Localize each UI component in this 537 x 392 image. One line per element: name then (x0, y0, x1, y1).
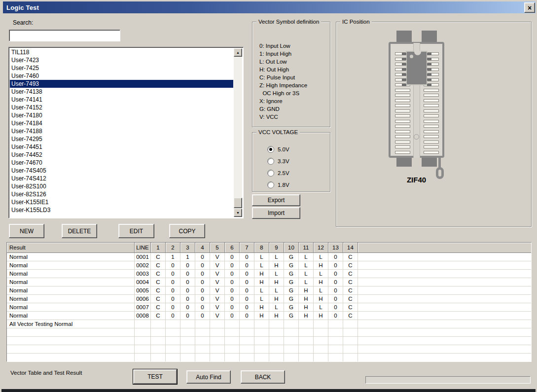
vector-cell: C (343, 312, 358, 320)
vector-symbol-line: 0: Input Low (259, 42, 307, 50)
line-cell: 0003 (135, 270, 151, 278)
table-row[interactable]: Normal0006C000V00LHGHH0C (7, 295, 531, 303)
list-item[interactable]: User-7493 (10, 80, 233, 88)
new-button[interactable]: NEW (9, 224, 44, 238)
table-row[interactable]: Normal0008C000V00HHGHH0C (7, 312, 531, 320)
vector-cell: 0 (166, 303, 180, 312)
back-button[interactable]: BACK (241, 370, 285, 384)
vector-cell (269, 320, 284, 328)
column-header[interactable]: 3 (180, 243, 195, 253)
column-header[interactable]: 14 (343, 243, 358, 253)
copy-button[interactable]: COPY (169, 224, 205, 238)
list-item[interactable]: User-74138 (10, 88, 233, 96)
test-button[interactable]: TEST (133, 369, 177, 384)
list-item[interactable]: User-74S405 (10, 167, 233, 175)
vector-cell: 0 (166, 295, 180, 303)
table-row[interactable]: Normal0005C000V00LLGHL0C (7, 286, 531, 295)
auto-find-button-label: Auto Find (196, 374, 221, 381)
vcc-option[interactable]: 5.0V (267, 145, 289, 153)
column-header[interactable]: 9 (269, 243, 284, 253)
title-bar[interactable]: Logic Test × (3, 1, 537, 13)
ic-listbox[interactable]: TIL118User-7423User-7425User-7460User-74… (8, 47, 244, 218)
arrow-down-icon: ▼ (236, 211, 240, 214)
vector-symbol-lines: 0: Input Low1: Input HighL: Out LowH: Ou… (259, 42, 307, 121)
list-item[interactable]: User-74180 (10, 111, 233, 119)
import-button[interactable]: Import (252, 207, 300, 219)
column-header[interactable]: 10 (284, 243, 299, 253)
list-scrollbar[interactable]: ▲ ▼ (234, 48, 242, 217)
column-header[interactable]: 1 (151, 243, 166, 253)
result-table[interactable]: ResultLINE1234567891011121314Normal0001C… (6, 242, 532, 362)
list-item[interactable]: User-82S100 (10, 182, 233, 190)
column-header[interactable]: 6 (225, 243, 240, 253)
table-row-empty[interactable] (7, 345, 531, 354)
pin-slot (395, 99, 410, 102)
list-item[interactable]: TIL118 (10, 48, 233, 56)
column-header[interactable]: 7 (240, 243, 254, 253)
pin-slot (424, 120, 439, 123)
column-header[interactable]: 5 (210, 243, 225, 253)
vector-cell: 0 (240, 261, 254, 270)
column-header[interactable]: 13 (328, 243, 343, 253)
vector-cell (314, 328, 328, 337)
list-item[interactable]: User-7425 (10, 64, 233, 72)
vector-cell (195, 345, 210, 354)
column-header[interactable]: 4 (195, 243, 210, 253)
column-header[interactable]: Result (7, 243, 135, 253)
list-item[interactable]: User-K155LD3 (10, 206, 233, 214)
table-row[interactable]: Normal0002C000V00LHGLH0C (7, 261, 531, 270)
ic-position-group-title: IC Position (340, 19, 372, 25)
list-item[interactable]: User-82S126 (10, 190, 233, 198)
table-row-empty[interactable] (7, 328, 531, 337)
vector-cell: H (314, 278, 328, 286)
table-row[interactable]: Normal0007C000V00HLGHL0C (7, 303, 531, 312)
vector-cell: 0 (225, 253, 240, 261)
radio-icon[interactable] (267, 170, 274, 177)
table-row[interactable]: Normal0003C000V00HLGLL0C (7, 270, 531, 278)
list-item[interactable]: User-74188 (10, 127, 233, 135)
list-item[interactable]: User-74184 (10, 119, 233, 127)
column-header[interactable]: LINE (135, 243, 151, 253)
vcc-option[interactable]: 1.8V (267, 181, 289, 189)
column-header[interactable]: 12 (314, 243, 328, 253)
vector-cell: C (343, 270, 358, 278)
radio-icon[interactable] (267, 181, 274, 188)
list-item[interactable]: User-7460 (10, 72, 233, 80)
chip-pin (402, 63, 406, 66)
list-item[interactable]: User-74141 (10, 96, 233, 104)
search-input[interactable] (9, 30, 120, 41)
table-row-empty[interactable] (7, 354, 531, 362)
vcc-option[interactable]: 3.3V (267, 157, 289, 165)
list-item[interactable]: User-74S412 (10, 175, 233, 182)
export-button[interactable]: Export (252, 194, 300, 206)
edit-button[interactable]: EDIT (118, 224, 154, 238)
column-header[interactable]: 11 (299, 243, 314, 253)
close-button[interactable]: × (524, 2, 535, 13)
table-row[interactable]: Normal0004C000V00HHGLH0C (7, 278, 531, 286)
column-header[interactable]: 8 (254, 243, 269, 253)
vector-cell: L (269, 286, 284, 295)
list-item[interactable]: User-K155IE1 (10, 198, 233, 206)
vcc-option[interactable]: 2.5V (267, 169, 289, 177)
vector-cell: L (269, 253, 284, 261)
vector-cell (180, 345, 195, 354)
column-header[interactable]: 2 (166, 243, 180, 253)
radio-icon[interactable] (267, 158, 274, 165)
list-item[interactable]: User-74670 (10, 159, 233, 167)
table-row[interactable]: Normal0001C110V00LLGLL0C (7, 253, 531, 261)
list-item[interactable]: User-74452 (10, 151, 233, 159)
radio-icon[interactable] (267, 146, 274, 153)
table-row-summary[interactable]: All Vector Testing Normal (7, 320, 531, 328)
vector-cell: H (254, 278, 269, 286)
vector-symbol-line: L: Out Low (259, 58, 307, 66)
delete-button[interactable]: DELETE (62, 224, 97, 238)
scroll-up-button[interactable]: ▲ (234, 48, 242, 57)
scrollbar-thumb[interactable] (234, 198, 242, 208)
table-row-empty[interactable] (7, 337, 531, 345)
list-item[interactable]: User-74295 (10, 135, 233, 143)
scroll-down-button[interactable]: ▼ (234, 209, 242, 217)
list-item[interactable]: User-74451 (10, 143, 233, 151)
list-item[interactable]: User-74152 (10, 104, 233, 111)
auto-find-button[interactable]: Auto Find (186, 370, 231, 384)
list-item[interactable]: User-7423 (10, 56, 233, 64)
